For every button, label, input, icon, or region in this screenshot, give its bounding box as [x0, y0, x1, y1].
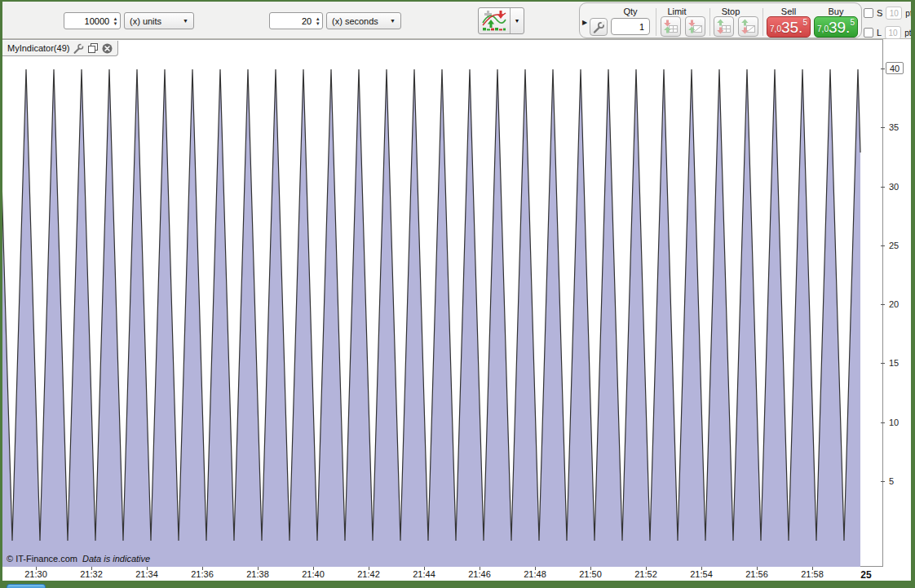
stop-row-label: S: [877, 8, 882, 18]
close-icon: [102, 43, 113, 54]
chevron-down-icon: ▼: [183, 18, 188, 24]
timeframe-spinner[interactable]: ▲▼: [313, 13, 322, 29]
x-axis-date-label: 25: [848, 569, 884, 581]
y-axis-label: 30: [889, 182, 910, 192]
timeframe-unit-select[interactable]: (x) seconds ▼: [326, 12, 401, 29]
x-axis-label: 21:52: [628, 569, 664, 579]
y-axis-label: 35: [889, 122, 910, 132]
chart-type-button[interactable]: [479, 8, 510, 33]
chart-type-icon: [482, 9, 506, 33]
x-axis-label: 21:56: [739, 569, 775, 579]
timeframe-field: ▲▼: [269, 12, 323, 29]
indicator-duplicate-button[interactable]: [88, 43, 98, 53]
indicator-area-chart[interactable]: [2, 40, 883, 567]
limit-pts-row: L 10 pts: [864, 26, 915, 39]
x-axis-label: 21:40: [295, 569, 331, 579]
units-count-field: ▲▼: [64, 12, 121, 29]
indicator-close-button[interactable]: [102, 43, 113, 54]
x-axis-label: 21:58: [794, 569, 830, 579]
qty-field: [611, 18, 650, 35]
window-border-left: [0, 0, 2, 588]
timeframe-unit-label: (x) seconds: [332, 16, 378, 26]
stop-label: Stop: [706, 7, 755, 16]
wrench-icon: [73, 43, 84, 54]
qty-label: Qty: [606, 7, 655, 16]
window-border-right: [911, 0, 915, 588]
x-axis-label: 21:46: [462, 569, 497, 579]
limit-order-grid-button[interactable]: [661, 16, 681, 37]
stop-edit-icon: [740, 19, 756, 34]
stop-checkbox[interactable]: [864, 8, 873, 18]
stop-order-edit-button[interactable]: [738, 16, 758, 37]
stop-pts-field[interactable]: 10: [886, 7, 902, 20]
x-axis[interactable]: 21:3021:3221:3421:3621:3821:4021:4221:44…: [2, 567, 911, 581]
buy-button[interactable]: 7,039.5: [814, 16, 858, 38]
copy-icon: [88, 43, 98, 53]
sell-button[interactable]: 7,035.5: [767, 16, 811, 38]
y-axis-label: 20: [889, 299, 910, 309]
trade-settings-button[interactable]: [590, 18, 608, 36]
trade-panel: ▶ Qty Limit: [579, 2, 862, 38]
indicator-tab[interactable]: MyIndicator(49): [2, 41, 118, 56]
copyright-text: © IT-Finance.com: [7, 554, 77, 564]
x-axis-label: 21:34: [129, 569, 165, 579]
chart-type-group: ▼: [478, 7, 524, 34]
qty-input[interactable]: [612, 19, 649, 34]
stop-pts-row: S 10 pts: [864, 7, 915, 20]
y-axis-tick: [881, 363, 885, 364]
indicator-settings-button[interactable]: [73, 43, 84, 54]
units-spinner[interactable]: ▲▼: [111, 13, 120, 29]
y-axis-tick: [881, 69, 885, 69]
sell-price-main: 35.: [781, 20, 802, 34]
x-axis-label: 21:38: [240, 569, 276, 579]
x-axis-label: 21:36: [184, 569, 220, 579]
sell-price-sup: 5: [802, 18, 807, 28]
panel-collapse-arrow[interactable]: ▶: [582, 19, 587, 26]
x-axis-label: 21:30: [18, 569, 54, 579]
x-axis-label: 21:48: [517, 569, 553, 579]
limit-order-edit-button[interactable]: [685, 16, 705, 37]
timeframe-input[interactable]: [270, 13, 313, 29]
y-axis-tick: [881, 481, 885, 482]
y-axis-tick: [881, 187, 885, 188]
x-axis-label: 21:42: [351, 569, 387, 579]
chart-type-dropdown-arrow[interactable]: ▼: [510, 8, 524, 33]
toolbar: ▲▼ (x) units ▼ ▲▼ (x) seconds ▼: [2, 2, 911, 39]
x-axis-label: 21:44: [406, 569, 442, 579]
current-value-box: 40: [886, 62, 904, 74]
x-axis-label: 21:54: [683, 569, 719, 579]
limit-grid-icon: [663, 19, 679, 34]
y-axis-tick: [881, 245, 885, 246]
x-axis-label: 21:32: [73, 569, 109, 579]
units-count-input[interactable]: [64, 13, 111, 29]
stop-grid-icon: [716, 19, 732, 34]
divider: [762, 8, 763, 36]
x-axis-label: 21:50: [572, 569, 608, 579]
window-border-bottom: [0, 581, 915, 588]
units-unit-label: (x) units: [130, 16, 161, 26]
buy-price-prefix: 7,0: [817, 24, 829, 34]
wrench-icon: [593, 21, 605, 33]
limit-edit-icon: [687, 19, 703, 34]
y-axis-label: 25: [889, 241, 910, 250]
stop-order-grid-button[interactable]: [714, 16, 734, 37]
limit-label: Limit: [652, 7, 701, 16]
units-unit-select[interactable]: (x) units ▼: [124, 12, 194, 29]
chart-pane[interactable]: MyIndicator(49): [2, 39, 883, 567]
limit-checkbox[interactable]: [864, 28, 873, 38]
bottom-scroll-button[interactable]: [7, 584, 46, 588]
buy-label: Buy: [811, 7, 860, 16]
y-axis-tick: [881, 422, 885, 423]
y-axis-label: 15: [889, 358, 910, 368]
buy-price-sup: 5: [850, 18, 855, 28]
chevron-down-icon: ▼: [390, 18, 396, 24]
y-axis-label: 5: [889, 476, 910, 486]
sell-price-prefix: 7,0: [770, 24, 781, 34]
y-axis-tick: [881, 304, 885, 305]
window-border-top: [0, 0, 915, 2]
trading-platform-window: ▲▼ (x) units ▼ ▲▼ (x) seconds ▼: [0, 0, 915, 588]
y-axis-label: 10: [889, 418, 910, 427]
limit-row-label: L: [877, 28, 882, 38]
limit-pts-field[interactable]: 10: [885, 26, 901, 39]
y-axis[interactable]: 403530252015105: [884, 39, 911, 567]
